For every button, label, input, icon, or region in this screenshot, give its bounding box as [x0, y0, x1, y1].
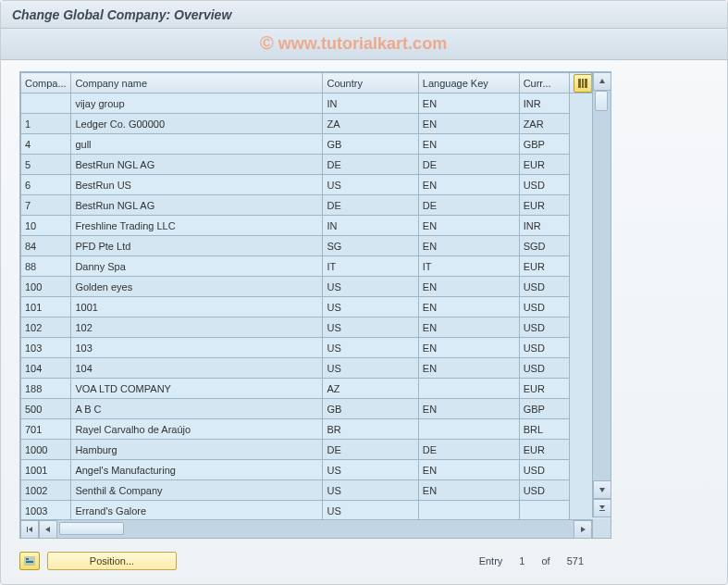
table-row[interactable]: 100Golden eyesUSENUSD	[21, 277, 592, 297]
table-row[interactable]: 500A B CGBENGBP	[21, 399, 592, 419]
cell-country[interactable]: GB	[323, 134, 418, 155]
table-row[interactable]: 4gullGBENGBP	[21, 134, 592, 155]
cell-company[interactable]: 101	[21, 297, 71, 317]
cell-currency[interactable]: BRL	[519, 419, 569, 440]
cell-currency[interactable]: USD	[519, 480, 569, 501]
cell-language[interactable]	[418, 419, 519, 440]
cell-currency[interactable]: INR	[519, 93, 569, 114]
cell-company[interactable]: 104	[21, 358, 71, 379]
cell-language[interactable]: EN	[418, 134, 519, 155]
cell-company[interactable]: 1003	[21, 501, 71, 521]
cell-currency[interactable]: USD	[519, 358, 569, 379]
cell-country[interactable]: US	[323, 297, 418, 317]
cell-currency[interactable]: USD	[519, 338, 569, 358]
table-row[interactable]: 103103USENUSD	[21, 338, 592, 358]
cell-country[interactable]: BR	[323, 419, 418, 440]
cell-country[interactable]: US	[323, 480, 418, 501]
scroll-up-button[interactable]	[593, 72, 611, 91]
cell-company-name[interactable]: BestRun US	[71, 175, 323, 195]
col-header-name[interactable]: Company name	[71, 73, 323, 93]
vscroll-thumb[interactable]	[595, 91, 608, 111]
cell-currency[interactable]: USD	[519, 460, 569, 480]
cell-company[interactable]: 1001	[21, 460, 71, 480]
cell-company-name[interactable]: BestRun NGL AG	[71, 195, 323, 216]
cell-language[interactable]: EN	[418, 277, 519, 297]
horizontal-scrollbar[interactable]	[20, 519, 611, 538]
cell-company[interactable]: 100	[21, 277, 71, 297]
table-row[interactable]: 6BestRun USUSENUSD	[21, 175, 592, 195]
cell-currency[interactable]	[519, 501, 569, 521]
hscroll-thumb[interactable]	[59, 522, 124, 535]
cell-currency[interactable]: USD	[519, 175, 569, 195]
cell-company-name[interactable]: Freshline Trading LLC	[71, 216, 323, 236]
cell-company-name[interactable]: 103	[71, 338, 323, 358]
cell-company-name[interactable]: 102	[71, 317, 323, 338]
cell-country[interactable]: IN	[323, 93, 418, 114]
cell-language[interactable]	[418, 379, 519, 399]
cell-country[interactable]: US	[323, 338, 418, 358]
cell-language[interactable]: DE	[418, 195, 519, 216]
cell-company-name[interactable]: Golden eyes	[71, 277, 323, 297]
cell-country[interactable]: AZ	[323, 379, 418, 399]
cell-company[interactable]: 500	[21, 399, 71, 419]
cell-language[interactable]: EN	[418, 317, 519, 338]
cell-country[interactable]: US	[323, 501, 418, 521]
cell-currency[interactable]: EUR	[519, 256, 569, 277]
table-row[interactable]: 1011001USENUSD	[21, 297, 592, 317]
cell-company-name[interactable]: Hamburg	[71, 440, 323, 460]
hscroll-track[interactable]	[57, 520, 574, 538]
col-header-company[interactable]: Compa...	[21, 73, 71, 93]
scroll-down-button[interactable]	[593, 480, 611, 499]
cell-country[interactable]: US	[323, 358, 418, 379]
cell-company-name[interactable]: Errand's Galore	[71, 501, 323, 521]
cell-country[interactable]: SG	[323, 236, 418, 256]
cell-currency[interactable]: GBP	[519, 399, 569, 419]
scroll-left-button[interactable]	[39, 520, 57, 539]
table-row[interactable]: 188VOA LTD COMPANYAZEUR	[21, 379, 592, 399]
cell-company[interactable]: 4	[21, 134, 71, 155]
cell-currency[interactable]: EUR	[519, 195, 569, 216]
cell-currency[interactable]: INR	[519, 216, 569, 236]
cell-language[interactable]: EN	[418, 114, 519, 134]
table-row[interactable]: 7BestRun NGL AGDEDEEUR	[21, 195, 592, 216]
cell-company[interactable]: 6	[21, 175, 71, 195]
scroll-right-button[interactable]	[574, 520, 592, 539]
cell-company-name[interactable]: Danny Spa	[71, 256, 323, 277]
cell-company[interactable]: 1	[21, 114, 71, 134]
cell-language[interactable]: DE	[418, 440, 519, 460]
cell-company-name[interactable]: 1001	[71, 297, 323, 317]
cell-country[interactable]: US	[323, 277, 418, 297]
cell-company[interactable]: 1002	[21, 480, 71, 501]
cell-company-name[interactable]: vijay group	[71, 93, 323, 114]
cell-currency[interactable]: EUR	[519, 379, 569, 399]
table-row[interactable]: 1002Senthil & CompanyUSENUSD	[21, 480, 592, 501]
cell-language[interactable]: EN	[418, 338, 519, 358]
cell-country[interactable]: DE	[323, 195, 418, 216]
cell-country[interactable]: US	[323, 317, 418, 338]
vscroll-track[interactable]	[593, 91, 611, 480]
cell-language[interactable]: EN	[418, 480, 519, 501]
cell-country[interactable]: ZA	[323, 114, 418, 134]
cell-company-name[interactable]: A B C	[71, 399, 323, 419]
table-row[interactable]: 1Ledger Co. G00000ZAENZAR	[21, 114, 592, 134]
cell-language[interactable]: EN	[418, 175, 519, 195]
cell-company[interactable]	[21, 93, 71, 114]
cell-currency[interactable]: USD	[519, 317, 569, 338]
cell-company-name[interactable]: VOA LTD COMPANY	[71, 379, 323, 399]
cell-company[interactable]: 701	[21, 419, 71, 440]
cell-currency[interactable]: GBP	[519, 134, 569, 155]
cell-currency[interactable]: EUR	[519, 440, 569, 460]
cell-company[interactable]: 188	[21, 379, 71, 399]
cell-language[interactable]: IT	[418, 256, 519, 277]
cell-company[interactable]: 7	[21, 195, 71, 216]
table-row[interactable]: 102102USENUSD	[21, 317, 592, 338]
table-row[interactable]: 5BestRun NGL AGDEDEEUR	[21, 155, 592, 175]
table-row[interactable]: 88Danny SpaITITEUR	[21, 256, 592, 277]
table-row[interactable]: 1001Angel's ManufacturingUSENUSD	[21, 460, 592, 480]
col-header-currency[interactable]: Curr...	[519, 73, 569, 93]
scroll-first-button[interactable]	[20, 520, 39, 539]
cell-currency[interactable]: EUR	[519, 155, 569, 175]
position-button[interactable]: Position...	[47, 552, 177, 570]
table-settings-icon[interactable]	[574, 74, 591, 93]
cell-language[interactable]: EN	[418, 358, 519, 379]
